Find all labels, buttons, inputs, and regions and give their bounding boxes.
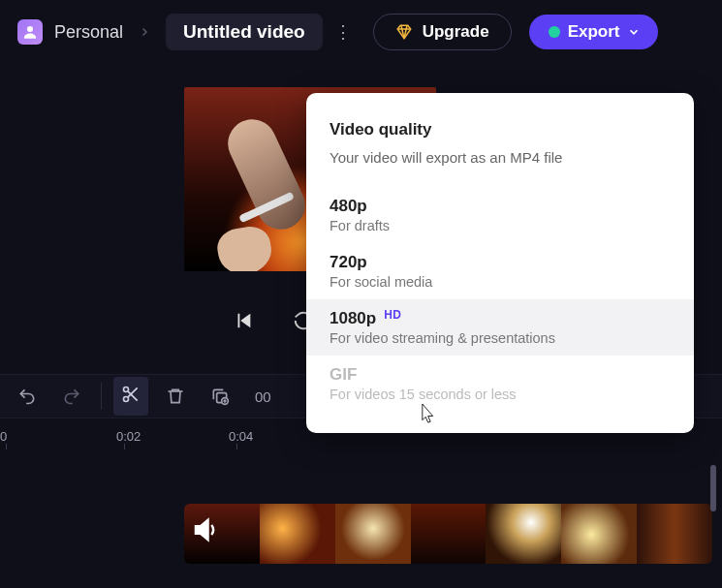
audio-icon[interactable] — [191, 515, 220, 544]
chevron-right-icon — [139, 26, 150, 38]
clip-thumb — [561, 504, 637, 564]
ruler-tick: 0:02 — [116, 429, 141, 444]
video-track[interactable] — [184, 504, 712, 564]
time-display: 00 — [255, 388, 271, 405]
pointer-cursor-icon — [417, 402, 436, 425]
hd-badge: HD — [384, 308, 401, 322]
ruler-tick: 0:04 — [229, 429, 253, 444]
export-button[interactable]: Export — [529, 15, 659, 49]
ruler-tick: 0 — [0, 429, 7, 444]
quality-label: 720p — [330, 253, 671, 272]
person-icon — [21, 23, 39, 41]
playback-controls — [233, 310, 314, 331]
dropdown-title: Video quality — [330, 120, 671, 139]
quality-option-720p[interactable]: 720p For social media — [306, 243, 694, 299]
quality-option-480p[interactable]: 480p For drafts — [306, 187, 694, 243]
clip-thumb — [637, 504, 712, 564]
diamond-icon — [395, 23, 413, 41]
scissors-icon — [121, 385, 141, 404]
split-button[interactable] — [113, 377, 148, 416]
more-options-button[interactable]: ⋮ — [330, 21, 356, 43]
upgrade-label: Upgrade — [423, 22, 489, 42]
vertical-scrollbar[interactable] — [710, 465, 716, 511]
toolbar-separator — [101, 383, 102, 410]
top-bar: Personal Untitled video ⋮ Upgrade Export — [0, 0, 722, 64]
quality-option-1080p[interactable]: 1080p HD For video streaming & presentat… — [306, 299, 694, 356]
svg-point-1 — [124, 387, 129, 392]
quality-desc: For drafts — [330, 218, 671, 233]
chevron-down-icon — [627, 25, 641, 39]
delete-button[interactable] — [166, 387, 185, 406]
duplicate-button[interactable] — [210, 387, 230, 406]
clip-thumb — [260, 504, 335, 564]
export-label: Export — [568, 22, 620, 42]
export-quality-dropdown: Video quality Your video will export as … — [306, 93, 694, 433]
upgrade-button[interactable]: Upgrade — [373, 14, 512, 50]
quality-label: GIF — [330, 365, 671, 385]
undo-button[interactable] — [17, 387, 37, 406]
skip-back-button[interactable] — [233, 310, 254, 331]
quality-label: 480p — [330, 197, 671, 216]
export-status-dot — [549, 26, 560, 38]
clip-thumb — [486, 504, 561, 564]
quality-option-gif[interactable]: GIF For videos 15 seconds or less — [306, 356, 694, 412]
workspace-name[interactable]: Personal — [54, 22, 123, 43]
svg-point-0 — [27, 26, 33, 32]
clip-thumb — [411, 504, 487, 564]
workspace-avatar[interactable] — [17, 19, 43, 45]
quality-desc: For videos 15 seconds or less — [330, 387, 671, 402]
quality-desc: For social media — [330, 274, 671, 290]
quality-desc: For video streaming & presentations — [330, 330, 671, 346]
redo-button[interactable] — [62, 387, 81, 406]
svg-point-2 — [124, 397, 129, 402]
quality-label: 1080p HD — [330, 309, 671, 328]
dropdown-subtitle: Your video will export as an MP4 file — [330, 149, 671, 166]
clip-thumb — [335, 504, 411, 564]
video-title-input[interactable]: Untitled video — [166, 14, 323, 50]
